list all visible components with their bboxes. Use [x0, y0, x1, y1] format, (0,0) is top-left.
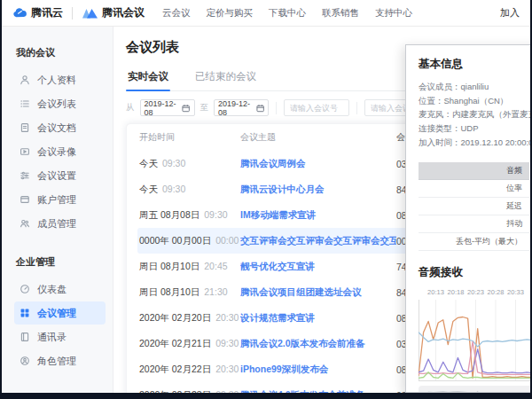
sidebar-item-label: 角色管理 — [37, 355, 76, 368]
nav-link-support-center[interactable]: 支持中心 — [375, 7, 412, 20]
start-time: 09:30 — [162, 184, 185, 194]
start-date: 0000年 00月00日 — [139, 235, 211, 246]
tencent-cloud-logo[interactable]: 腾讯云 — [12, 5, 63, 20]
calendar-icon — [182, 104, 190, 113]
x-tick-label: 20:23 — [466, 288, 487, 296]
column-start-time: 开始时间 — [137, 131, 240, 144]
info-member: 会议成员：qianliliu — [419, 80, 530, 94]
stats-row-packet-loss: 丢包-平均（最大） — [419, 233, 529, 251]
start-time: 00:00 — [215, 235, 239, 246]
audio-stats-table: 音频 位率 延迟 抖动 丢包-平均（最大） — [419, 162, 529, 251]
info-location: 位置：Shanghai（CN） — [419, 94, 530, 108]
start-date: 2020年 02月22日 — [139, 364, 211, 374]
sidebar-item-meeting-docs[interactable]: 会议文档 — [14, 116, 106, 139]
sidebar-item-label: 会议文档 — [37, 121, 76, 135]
sidebar-item-profile[interactable]: 个人资料 — [14, 68, 106, 91]
nav-link-pricing[interactable]: 定价与购买 — [207, 7, 254, 20]
meeting-subject-link[interactable]: 腾讯会议项目组团建选址会议 — [240, 286, 362, 297]
basic-info-title: 基本信息 — [419, 57, 530, 72]
sidebar: 我的会议 个人资料 会议列表 会议文档 会议录像 会议设置 账户管理 成员管理 — [2, 27, 113, 393]
sidebar-item-member-management[interactable]: 成员管理 — [14, 212, 106, 235]
start-date: 周五 08月08日 — [139, 209, 200, 220]
date-from-picker[interactable]: 2019-12-08 — [140, 99, 195, 116]
meeting-subject-link[interactable]: 交互评审会交互评审会交互评审会交互评审会 — [240, 235, 396, 246]
meeting-subject-link[interactable]: 腾讯云设计中心月会 — [240, 184, 325, 194]
x-tick-label: 20:13 — [426, 288, 447, 296]
start-date: 2020年 02月21日 — [139, 338, 211, 348]
start-time: 09:30 — [204, 209, 227, 220]
meeting-subject-link[interactable]: 设计规范需求宣讲 — [240, 312, 315, 323]
sidebar-item-dashboard[interactable]: 仪表盘 — [14, 278, 106, 301]
member-detail-panel: 基本信息 会议成员：qianliliu 位置：Shanghai（CN） 麦克风：… — [405, 44, 530, 393]
screen-frame: 腾讯云 腾讯会议 云会议 定价与购买 下载中心 联系销售 支持中心 加入 我的会… — [2, 0, 530, 393]
user-icon — [20, 74, 30, 85]
stats-header-audio: 音频 — [419, 162, 529, 180]
x-tick-label: 20:18 — [445, 288, 466, 296]
sidebar-item-meeting-management[interactable]: 会议管理 — [14, 301, 106, 325]
audio-receive-title: 音频接收 — [419, 265, 530, 280]
x-tick-label: 20:33 — [505, 288, 527, 296]
sidebar-section-enterprise: 企业管理 — [16, 255, 106, 269]
sidebar-item-account-management[interactable]: 账户管理 — [14, 188, 106, 211]
recording-icon — [20, 146, 30, 157]
brand-meeting-label: 腾讯会议 — [102, 5, 145, 20]
nav-link-cloud-meeting[interactable]: 云会议 — [162, 7, 191, 20]
start-time: 09:30 — [162, 158, 185, 168]
grid-icon — [20, 308, 30, 318]
date-from-label: 从 — [126, 102, 135, 113]
info-join-time: 加入时间：2019.12.10 20:00:00 — [419, 136, 530, 150]
role-icon — [20, 356, 30, 366]
stats-header-row: 音频 — [419, 162, 529, 180]
sidebar-item-label: 成员管理 — [37, 217, 76, 231]
meeting-subject-link[interactable]: 靓号优化交互宣讲 — [240, 261, 315, 271]
meeting-subject-link[interactable]: 腾讯会议4.0版本发布会前准备 — [240, 389, 365, 394]
chart-brush-scrubber[interactable] — [419, 386, 530, 393]
nav-link-contact-sales[interactable]: 联系销售 — [322, 7, 359, 20]
date-to-label: 至 — [200, 102, 209, 113]
sidebar-item-label: 会议列表 — [37, 98, 76, 111]
meeting-subject-link[interactable]: iPhone99深圳发布会 — [240, 364, 328, 374]
date-to-value: 2019-12-08 — [218, 99, 256, 117]
tab-label: 实时会议 — [128, 71, 168, 82]
meeting-id-input[interactable] — [284, 99, 349, 116]
list-icon — [20, 98, 30, 109]
sidebar-item-label: 仪表盘 — [37, 283, 66, 296]
start-date: 2020年 02月20日 — [139, 312, 211, 323]
stats-row-jitter: 抖动 — [419, 215, 529, 233]
filter-separator — [356, 102, 357, 114]
tencent-meeting-logo[interactable]: 腾讯会议 — [82, 5, 145, 20]
account-card-icon — [20, 194, 30, 205]
sidebar-item-role-management[interactable]: 角色管理 — [14, 349, 106, 372]
nav-link-download-center[interactable]: 下载中心 — [269, 7, 306, 20]
sidebar-item-meeting-settings[interactable]: 会议设置 — [14, 164, 106, 187]
top-navbar: 腾讯云 腾讯会议 云会议 定价与购买 下载中心 联系销售 支持中心 加入 — [2, 0, 530, 27]
column-subject: 会议主题 — [240, 131, 396, 144]
sidebar-section-my-meetings: 我的会议 — [16, 46, 106, 59]
sidebar-item-meeting-list[interactable]: 会议列表 — [14, 92, 106, 115]
start-time: 20:45 — [204, 261, 227, 271]
audio-receive-chart: 20:1320:1820:2320:2820:33 — [419, 288, 530, 393]
sidebar-item-label: 会议管理 — [37, 307, 76, 320]
meeting-subject-link[interactable]: 腾讯会议周例会 — [240, 158, 306, 168]
tab-realtime-meetings[interactable]: 实时会议 — [126, 66, 170, 90]
members-icon — [20, 218, 30, 229]
document-icon — [20, 122, 30, 133]
tab-ended-meetings[interactable]: 已结束的会议 — [193, 66, 258, 90]
tab-label: 已结束的会议 — [195, 71, 256, 82]
meeting-subject-link[interactable]: IM移动端需求宣讲 — [240, 209, 316, 220]
start-time: 21:30 — [204, 286, 227, 297]
meeting-subject-link[interactable]: 腾讯会议2.0版本发布会前准备 — [240, 338, 365, 348]
top-nav-links: 云会议 定价与购买 下载中心 联系销售 支持中心 — [162, 7, 412, 20]
sidebar-item-contacts[interactable]: 通讯录 — [14, 325, 106, 348]
stats-row-latency: 延迟 — [419, 198, 529, 215]
join-meeting-link[interactable]: 加入 — [500, 6, 520, 20]
meeting-logo-icon — [82, 8, 98, 19]
start-time: 20:30 — [215, 312, 239, 323]
sidebar-item-label: 账户管理 — [37, 193, 76, 207]
start-time: 09:30 — [215, 338, 239, 348]
contacts-book-icon — [20, 332, 30, 342]
brand-cloud-label: 腾讯云 — [31, 5, 63, 20]
sidebar-item-meeting-recordings[interactable]: 会议录像 — [14, 140, 106, 163]
navbar-divider — [72, 7, 73, 20]
date-to-picker[interactable]: 2019-12-08 — [214, 99, 269, 116]
